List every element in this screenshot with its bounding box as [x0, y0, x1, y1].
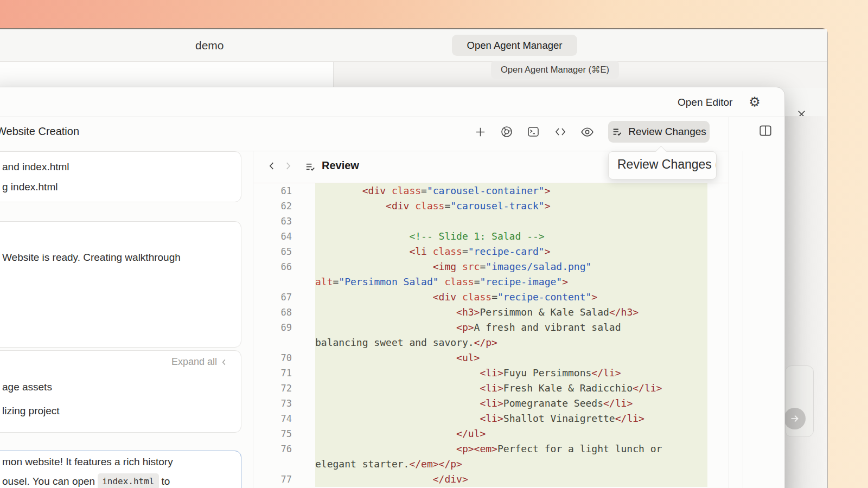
code-line: balancing sweet and savory.</p>	[315, 335, 707, 350]
file-item[interactable]: and index.html	[0, 161, 241, 173]
code-line-row: 62 <div class="carousel-track">	[253, 198, 785, 214]
message-line2: ousel. You can open index.html to	[2, 473, 170, 488]
chevron-left-icon[interactable]	[266, 160, 278, 172]
agent-manager-tooltip: Open Agent Manager (⌘E)	[491, 61, 619, 79]
code-line: </div>	[315, 472, 707, 487]
line-number	[253, 335, 315, 350]
code-diff-area[interactable]: 61 <div class="carousel-container">62 <d…	[253, 183, 785, 488]
line-number: 67	[253, 290, 315, 305]
code-line-row: 66 <img src="images/salad.png"	[253, 259, 785, 274]
code-line: <li>Pomegranate Seeds</li>	[315, 396, 707, 411]
review-changes-label: Review Changes	[628, 126, 706, 138]
agent-manager-panel: Open Editor ⚙ Website Creation Review Ch…	[0, 87, 785, 488]
code-line-row: elegant starter.</em></p>	[253, 457, 785, 472]
window-titlebar[interactable]: demo Open Agent Manager	[0, 29, 827, 62]
plus-icon[interactable]	[473, 124, 488, 139]
eye-icon[interactable]	[579, 124, 595, 139]
line-number: 72	[253, 381, 315, 396]
line-number: 62	[253, 198, 315, 214]
line-number: 66	[253, 259, 315, 274]
line-number: 63	[253, 214, 315, 229]
code-line: <div class="carousel-container">	[315, 183, 707, 198]
message-line2-post: to	[162, 474, 170, 488]
line-number: 76	[253, 441, 315, 457]
code-line-row: 76 <p><em>Perfect for a light lunch or	[253, 441, 785, 457]
review-changes-button[interactable]: Review Changes	[608, 121, 710, 143]
terminal-icon[interactable]	[526, 124, 541, 139]
code-line-row: 71 <li>Fuyu Persimmons</li>	[253, 365, 785, 381]
line-number	[253, 274, 315, 290]
code-line-row: 72 <li>Fresh Kale & Radicchio</li>	[253, 381, 785, 396]
chevron-right-icon[interactable]	[282, 160, 293, 172]
message-line1: mon website! It features a rich history	[2, 455, 173, 469]
tab-bar: Agent ···	[0, 62, 827, 88]
gear-icon[interactable]: ⚙	[747, 94, 762, 110]
line-number: 64	[253, 229, 315, 244]
task-list: age assetslizing project	[0, 381, 241, 417]
code-line: alt="Persimmon Salad" class="recipe-imag…	[315, 274, 707, 290]
line-number	[253, 457, 315, 472]
code-line-row: 77 </div>	[253, 472, 785, 487]
code-line-row: 64 <!-- Slide 1: Salad -->	[253, 229, 785, 244]
code-line-row: 75 </ul>	[253, 426, 785, 441]
task-item[interactable]: age assets	[0, 381, 241, 393]
project-title: Website Creation	[0, 125, 79, 138]
code-line-row: 74 <li>Shallot Vinaigrette</li>	[253, 411, 785, 426]
code-line: </ul>	[315, 426, 707, 441]
line-number: 77	[253, 472, 315, 487]
task-item[interactable]: lizing project	[0, 405, 241, 417]
code-line: <p><em>Perfect for a light lunch or	[315, 441, 707, 457]
code-line-row: 65 <li class="recipe-card">	[253, 244, 785, 259]
review-title: Review	[322, 159, 359, 172]
line-number: 61	[253, 183, 315, 198]
code-line: <p>A fresh and vibrant salad	[315, 320, 707, 335]
code-line: <div class="recipe-content">	[315, 290, 707, 305]
code-line	[315, 214, 707, 229]
open-editor-button[interactable]: Open Editor	[678, 97, 732, 108]
expand-all-label: Expand all	[171, 356, 217, 368]
status-text: Website is ready. Creating walkthrough	[2, 252, 181, 264]
line-number: 70	[253, 350, 315, 365]
code-line: <img src="images/salad.png"	[315, 259, 707, 274]
line-number: 65	[253, 244, 315, 259]
code-line-row: 61 <div class="carousel-container">	[253, 183, 785, 198]
code-line-row: alt="Persimmon Salad" class="recipe-imag…	[253, 274, 785, 290]
status-card: Website is ready. Creating walkthrough	[0, 221, 241, 348]
message-card: mon website! It features a rich history …	[0, 451, 241, 488]
code-line: <li>Shallot Vinaigrette</li>	[315, 411, 707, 426]
left-pane-header	[0, 62, 334, 88]
code-line-row: 69 <p>A fresh and vibrant salad	[253, 320, 785, 335]
line-number: 68	[253, 305, 315, 320]
chrome-icon[interactable]	[499, 124, 514, 139]
code-line: <li>Fuyu Persimmons</li>	[315, 365, 707, 381]
code-line: elegant starter.</em></p>	[315, 457, 707, 472]
window-title: demo	[195, 39, 224, 52]
code-line: <h3>Persimmon & Kale Salad</h3>	[315, 305, 707, 320]
open-agent-manager-button[interactable]: Open Agent Manager	[452, 35, 577, 56]
list-check-icon	[611, 126, 623, 138]
chevron-left-icon	[220, 358, 228, 366]
panel-header: Open Editor ⚙	[0, 87, 784, 117]
code-line: <div class="carousel-track">	[315, 198, 707, 214]
code-line-row: 70 <ul>	[253, 350, 785, 365]
arrow-right-icon[interactable]	[784, 408, 806, 429]
list-check-icon	[304, 160, 317, 173]
line-number: 75	[253, 426, 315, 441]
line-number: 74	[253, 411, 315, 426]
line-number: 69	[253, 320, 315, 335]
line-number: 73	[253, 396, 315, 411]
code-line-row: 73 <li>Pomegranate Seeds</li>	[253, 396, 785, 411]
file-item[interactable]: g index.html	[0, 181, 241, 193]
inline-code-chip: index.html	[98, 473, 158, 488]
expand-all-button[interactable]: Expand all	[171, 356, 228, 368]
code-line-row: 67 <div class="recipe-content">	[253, 290, 785, 305]
code-line: <li>Fresh Kale & Radicchio</li>	[315, 381, 707, 396]
tasks-card: Expand all age assetslizing project	[0, 350, 241, 433]
code-icon[interactable]	[553, 124, 568, 139]
files-card: and index.htmlg index.html	[0, 151, 241, 202]
line-number: 71	[253, 365, 315, 381]
message-line2-pre: ousel. You can open	[2, 474, 95, 488]
code-line-row: 68 <h3>Persimmon & Kale Salad</h3>	[253, 305, 785, 320]
split-pane-icon[interactable]	[758, 124, 773, 138]
code-line: <li class="recipe-card">	[315, 244, 707, 259]
